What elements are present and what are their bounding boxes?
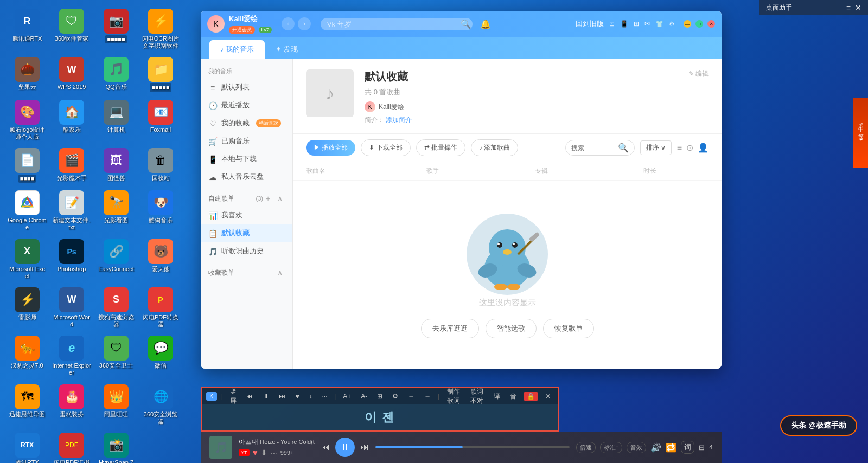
download-all-btn[interactable]: ⬇ 下载全部 <box>361 139 410 156</box>
screen-btn[interactable]: 竖屏 <box>227 386 240 407</box>
heart-icon[interactable]: ♥ <box>253 448 258 458</box>
icon-easyconnect[interactable]: 🔗 EasyConnect <box>94 236 138 283</box>
sidebar-item-cloud[interactable]: ☁ 私人音乐云盘 <box>201 168 292 186</box>
lyrics-word-btn[interactable]: 词 <box>681 441 694 454</box>
sound-tool-btn[interactable]: 音 <box>507 391 519 402</box>
icon-trash[interactable]: 🗑 回收站 <box>139 145 182 186</box>
progress-bar[interactable] <box>375 446 570 448</box>
tab-my-music[interactable]: ♪ 我的音乐 <box>209 40 265 59</box>
lock-btn[interactable]: 🔒 <box>524 392 538 401</box>
icon-logodes[interactable]: 🎨 顽石logo设计师个人版 <box>5 97 49 144</box>
icon-trtx2[interactable]: RTX 腾讯RTX <box>5 429 49 463</box>
icon-folder[interactable]: 📁 ■■■■■ <box>139 54 182 95</box>
batch-btn[interactable]: ⇄ 批量操作 <box>416 139 465 156</box>
mobile-icon[interactable]: 📱 <box>620 20 628 28</box>
icon-hypersnap[interactable]: 📸 HyperSnap 7个人版 <box>94 429 138 463</box>
tab-discover[interactable]: ✦ 发现 <box>265 40 309 59</box>
close-lyrics-btn[interactable]: ✕ <box>542 391 553 401</box>
notification-icon[interactable]: 🔔 <box>480 19 491 29</box>
icon-newtext[interactable]: 📝 新建文本文件.txt <box>50 187 93 234</box>
sidebar-item-i-like[interactable]: 📊 我喜欢 <box>201 207 292 224</box>
icon-flashpdf2[interactable]: PDF 闪电PDF汇报打印机 <box>50 429 93 463</box>
vip-badge[interactable]: 开通会员 <box>229 26 255 34</box>
icon-chrome[interactable]: Google Chrome <box>5 187 49 234</box>
play-all-btn[interactable]: ▶ 播放全部 <box>306 140 355 156</box>
collection-section-header[interactable]: 收藏歌单 ∧ <box>201 265 292 281</box>
minimize-btn[interactable]: — <box>684 20 691 28</box>
icon-tuguai[interactable]: 🖼 图怪兽 <box>94 145 138 186</box>
icon-wps[interactable]: W WPS 2019 <box>50 54 93 95</box>
icon-foxmail[interactable]: 📧 Foxmail <box>139 97 182 144</box>
icon-kugou[interactable]: 🐶 酷狗音乐 <box>139 187 182 234</box>
dots-tool-btn[interactable]: ··· <box>320 391 330 401</box>
playlist-section-header[interactable]: 自建歌单 (3) + ∧ <box>201 190 292 207</box>
icon-hanbao[interactable]: 🐆 汉豹之灵7.0 <box>5 332 49 380</box>
icon-hidden2[interactable]: 📄 ■■■■ <box>5 145 49 186</box>
search-input[interactable] <box>321 18 473 30</box>
list-icon[interactable]: ⊟ <box>699 443 705 452</box>
tray-close-btn[interactable]: ✕ <box>855 3 861 12</box>
sort-btn[interactable]: 排序 ∨ <box>640 140 672 155</box>
settings-icon[interactable]: ⚙ <box>669 20 675 28</box>
restore-btn[interactable]: 恢复歌单 <box>543 319 594 338</box>
prev-btn[interactable]: ⏮ <box>321 442 330 452</box>
add-song-btn[interactable]: ♪ 添加歌曲 <box>471 139 518 156</box>
icon-360guard[interactable]: 🛡 360安全卫士 <box>94 332 138 380</box>
next-btn[interactable]: ⏭ <box>360 442 369 452</box>
icon-aliwang[interactable]: 👑 阿里旺旺 <box>94 381 138 428</box>
icon-videomagic[interactable]: 🎬 光影魔术手 <box>50 145 93 186</box>
icon-360manager[interactable]: 🛡 360软件管家 <box>50 5 93 53</box>
prev-tool-btn[interactable]: ⏮ <box>244 391 256 401</box>
speed-btn[interactable]: 倍速 <box>576 442 596 453</box>
icon-ie[interactable]: e Internet Explorer <box>50 332 93 380</box>
sidebar-item-purchased[interactable]: 🛒 已购音乐 <box>201 132 292 150</box>
search-submit-icon[interactable]: 🔍 <box>618 143 629 153</box>
settings-tool-btn[interactable]: ⚙ <box>390 391 401 401</box>
apps-icon[interactable]: ⊞ <box>634 20 639 28</box>
song-search-input[interactable] <box>571 144 615 152</box>
sidebar-item-recent[interactable]: 🕐 最近播放 <box>201 97 292 114</box>
sidebar-item-my-favorites[interactable]: ♡ 我的收藏 稍后喜欢 <box>201 114 292 132</box>
font-down-btn[interactable]: A- <box>358 391 370 401</box>
icon-jiguoyun[interactable]: 🌰 坚果云 <box>5 54 49 95</box>
translate-btn[interactable]: 译 <box>491 391 503 402</box>
icon-cake[interactable]: 🎂 蛋糕装扮 <box>50 381 93 428</box>
list-view-icon[interactable]: ≡ <box>677 143 682 153</box>
nav-back-btn[interactable]: ‹ <box>282 17 295 30</box>
maximize-btn[interactable]: □ <box>695 20 703 28</box>
icon-mindmap[interactable]: 🗺 迅捷思维导图 <box>5 381 49 428</box>
icon-guangying2[interactable]: 🔭 光影看图 <box>94 187 138 234</box>
icon-photoshop[interactable]: Ps Photoshop <box>50 236 93 283</box>
icon-flashocr[interactable]: ⚡ 闪电OCR图片文字识别软件 <box>139 5 182 53</box>
sidebar-item-local[interactable]: 📱 本地与下载 <box>201 150 292 168</box>
back-tool-btn[interactable]: ← <box>405 391 417 401</box>
more-icon[interactable]: ··· <box>271 448 277 457</box>
edit-collection-btn[interactable]: ✎ 编辑 <box>688 69 709 79</box>
sound-btn[interactable]: 音效 <box>627 442 646 453</box>
heart-tool-btn[interactable]: ♥ <box>292 391 302 401</box>
volume-icon[interactable]: 🔊 <box>650 442 661 453</box>
add-playlist-btn[interactable]: + <box>263 194 273 203</box>
wrong-lyrics-btn[interactable]: 歌词不对 <box>467 386 487 407</box>
icon-wechat[interactable]: 💬 微信 <box>139 332 182 380</box>
smart-btn[interactable]: 智能选歌 <box>486 319 537 338</box>
icon-qqmusic[interactable]: 🎵 QQ音乐 <box>94 54 138 95</box>
icon-leiyingshi[interactable]: ⚡ 雷影师 <box>5 284 49 331</box>
return-old-btn[interactable]: 回到旧版 <box>576 19 604 29</box>
make-lyrics-btn[interactable]: 制作歌词 <box>444 386 463 407</box>
mail-icon[interactable]: ✉ <box>644 20 650 28</box>
right-widget[interactable]: 中%简☆✦ <box>853 98 868 168</box>
tray-menu-btn[interactable]: ≡ <box>846 3 851 12</box>
download-icon[interactable]: ⬇ <box>261 448 267 457</box>
k-tool-btn[interactable]: K <box>206 392 217 401</box>
sidebar-item-default-list[interactable]: ≡ 默认列表 <box>201 79 292 97</box>
grid-btn[interactable]: ⊞ <box>374 391 385 401</box>
play-pause-btn[interactable]: ⏸ <box>335 438 355 457</box>
browse-btn[interactable]: 去乐库逛逛 <box>421 319 479 338</box>
user-view-icon[interactable]: 👤 <box>698 143 709 153</box>
icon-flashpdf[interactable]: P 闪电PDF转换器 <box>139 284 182 331</box>
forward-tool-btn[interactable]: → <box>422 391 433 401</box>
standard-btn[interactable]: 标准↑ <box>600 442 623 453</box>
intro-link[interactable]: 添加简介 <box>386 116 412 124</box>
icon-msword[interactable]: W Microsoft Word <box>50 284 93 331</box>
